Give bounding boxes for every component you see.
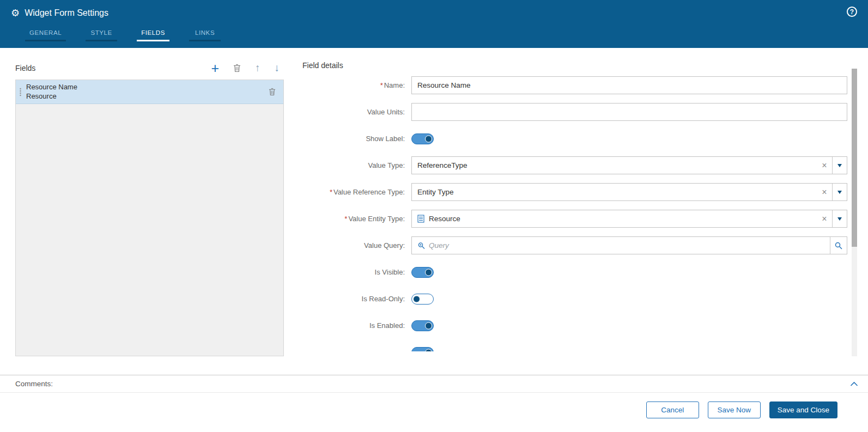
is-read-only-row: Is Read-Only: (302, 290, 847, 308)
value-type-row: Value Type: ReferenceType × (302, 156, 847, 174)
show-label-toggle[interactable] (411, 133, 434, 144)
value-entity-type-row: *Value Entity Type: Resource × (302, 210, 847, 228)
value-entity-type-combobox[interactable]: Resource × (411, 210, 847, 228)
toggle-knob (425, 269, 432, 276)
query-search-button[interactable] (830, 237, 847, 254)
is-read-only-toggle[interactable] (411, 294, 434, 305)
field-item-type: Resource (26, 92, 269, 101)
trash-icon (269, 88, 276, 96)
value-units-input[interactable] (411, 103, 847, 121)
clipped-row (302, 343, 847, 351)
fields-toolbar: + ↑ ↓ (211, 62, 280, 74)
required-asterisk: * (330, 188, 332, 196)
is-enabled-row: Is Enabled: (302, 317, 847, 334)
is-read-only-label: Is Read-Only: (302, 295, 411, 303)
footer: Cancel Save Now Save and Close (0, 393, 868, 432)
value-reference-type-label: *Value Reference Type: (302, 188, 411, 196)
comments-collapse-button[interactable] (850, 381, 858, 387)
query-icon (412, 237, 429, 254)
dialog-title: Widget Form Settings (25, 8, 108, 18)
tab-bar: GENERAL STYLE FIELDS LINKS (25, 27, 868, 41)
is-visible-label: Is Visible: (302, 268, 411, 276)
show-label-label: Show Label: (302, 135, 411, 143)
move-up-button[interactable]: ↑ (255, 62, 260, 74)
is-enabled-label: Is Enabled: (302, 321, 411, 330)
value-query-row: Value Query: (302, 236, 847, 254)
fields-panel-header: Fields + ↑ ↓ (15, 61, 284, 75)
clipped-toggle[interactable] (411, 347, 434, 352)
value-type-value: ReferenceType (412, 157, 817, 174)
fields-list: Resource Name Resource (15, 80, 284, 356)
chevron-up-icon (850, 381, 858, 387)
value-reference-type-combobox[interactable]: Entity Type × (411, 183, 847, 201)
comments-bar: Comments: (0, 375, 868, 393)
chevron-down-icon (837, 164, 842, 167)
fields-panel: Fields + ↑ ↓ (15, 61, 284, 375)
clear-icon[interactable]: × (817, 184, 832, 200)
value-entity-type-label: *Value Entity Type: (302, 215, 411, 223)
cancel-button[interactable]: Cancel (646, 401, 699, 418)
delete-field-button[interactable] (233, 64, 241, 72)
toggle-knob (425, 135, 432, 142)
name-label: *Name: (302, 81, 411, 89)
search-icon (834, 241, 843, 250)
value-query-label: Value Query: (302, 241, 411, 250)
move-down-button[interactable]: ↓ (275, 62, 280, 74)
dropdown-button[interactable] (832, 184, 847, 200)
field-details-panel: Field details *Name: Value Units: Show L… (302, 61, 857, 375)
item-delete-button[interactable] (269, 88, 276, 96)
tab-fields[interactable]: FIELDS (137, 27, 169, 41)
gear-icon: ⚙ (11, 8, 20, 18)
value-reference-type-row: *Value Reference Type: Entity Type × (302, 183, 847, 201)
value-units-label: Value Units: (302, 108, 411, 116)
required-asterisk: * (380, 81, 383, 89)
name-row: *Name: (302, 76, 847, 94)
value-query-input[interactable] (429, 237, 830, 254)
clear-icon[interactable]: × (817, 157, 832, 174)
field-details-body: *Name: Value Units: Show Label: (302, 76, 857, 375)
field-list-item[interactable]: Resource Name Resource (16, 80, 283, 104)
main-content: Fields + ↑ ↓ (0, 48, 868, 375)
tab-style[interactable]: STYLE (86, 27, 117, 41)
dropdown-button[interactable] (832, 210, 847, 227)
toggle-knob (425, 349, 432, 351)
fields-panel-title: Fields (15, 64, 35, 72)
add-field-button[interactable]: + (211, 63, 219, 73)
toggle-knob (425, 322, 432, 329)
field-details-title: Field details (302, 61, 857, 70)
clear-icon[interactable]: × (817, 210, 832, 227)
titlebar: ⚙ Widget Form Settings ? GENERAL STYLE F… (0, 0, 868, 48)
vertical-scrollbar[interactable] (852, 69, 857, 356)
is-enabled-toggle[interactable] (411, 320, 434, 331)
toggle-knob (413, 295, 420, 302)
name-input[interactable] (411, 76, 847, 94)
value-query-box (411, 236, 847, 254)
is-visible-row: Is Visible: (302, 263, 847, 281)
chevron-down-icon (837, 191, 842, 194)
comments-label: Comments: (15, 380, 53, 388)
field-details-form: *Name: Value Units: Show Label: (302, 76, 847, 351)
tab-general[interactable]: GENERAL (25, 27, 66, 41)
value-entity-type-value: Resource (412, 210, 817, 227)
trash-icon (233, 64, 241, 72)
save-now-button[interactable]: Save Now (708, 401, 761, 418)
value-reference-type-value: Entity Type (412, 184, 817, 200)
is-visible-toggle[interactable] (411, 267, 434, 278)
help-icon[interactable]: ? (847, 7, 857, 17)
required-asterisk: * (344, 215, 347, 223)
value-units-row: Value Units: (302, 103, 847, 121)
drag-handle-icon[interactable] (19, 88, 22, 96)
field-item-text: Resource Name Resource (26, 83, 269, 100)
save-and-close-button[interactable]: Save and Close (769, 401, 837, 418)
value-type-combobox[interactable]: ReferenceType × (411, 156, 847, 174)
widget-form-settings-dialog: ⚙ Widget Form Settings ? GENERAL STYLE F… (0, 0, 868, 432)
chevron-down-icon (837, 217, 842, 221)
show-label-row: Show Label: (302, 130, 847, 148)
title-row: ⚙ Widget Form Settings (11, 6, 868, 20)
tab-links[interactable]: LINKS (189, 27, 221, 41)
entity-icon (417, 215, 424, 223)
dropdown-button[interactable] (832, 157, 847, 174)
field-item-name: Resource Name (26, 83, 269, 92)
scrollbar-thumb[interactable] (852, 69, 857, 247)
value-type-label: Value Type: (302, 161, 411, 169)
